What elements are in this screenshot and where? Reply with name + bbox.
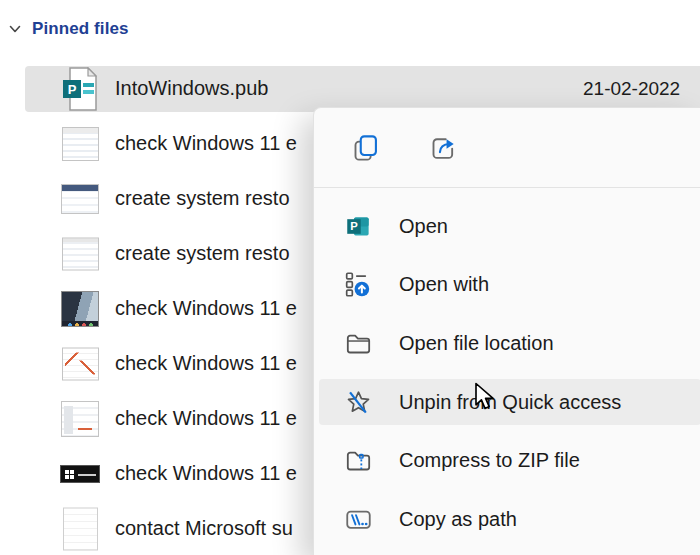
publisher-app-icon: P [345, 213, 372, 240]
document-thumbnail [60, 507, 100, 550]
screenshot-thumbnail [60, 347, 100, 380]
file-name: create system resto [115, 226, 290, 281]
file-name: create system resto [115, 171, 290, 226]
share-icon [430, 134, 458, 162]
screenshot-thumbnail [60, 184, 100, 214]
menu-item-compress-to-zip[interactable]: Compress to ZIP file [319, 431, 700, 489]
svg-text:P: P [68, 82, 77, 97]
file-name: check Windows 11 e [115, 446, 297, 501]
section-title: Pinned files [32, 19, 129, 39]
copy-icon [352, 134, 380, 162]
menu-item-open-file-location[interactable]: Open file location [319, 314, 700, 372]
screenshot-thumbnail [60, 127, 100, 161]
menu-item-label: Compress to ZIP file [399, 449, 580, 472]
menu-item-open[interactable]: P Open [319, 197, 700, 255]
chevron-down-icon [8, 22, 22, 36]
windows-logo-thumbnail [60, 465, 100, 483]
context-menu: P Open Open with Open file locati [313, 107, 700, 555]
file-name: check Windows 11 e [115, 336, 297, 391]
quick-actions-row [314, 108, 700, 187]
file-name: check Windows 11 e [115, 116, 297, 171]
menu-item-label: Open [399, 215, 448, 238]
file-name: check Windows 11 e [115, 391, 297, 446]
menu-item-open-with[interactable]: Open with [319, 255, 700, 313]
screenshot-thumbnail [60, 291, 100, 327]
menu-item-label: Unpin from Quick access [399, 391, 621, 414]
file-name: check Windows 11 e [115, 281, 297, 336]
screenshot-thumbnail [60, 237, 100, 270]
copy-path-icon [345, 506, 372, 533]
menu-item-label: Open with [399, 273, 489, 296]
pinned-files-header[interactable]: Pinned files [8, 18, 129, 40]
menu-item-unpin-from-quick-access[interactable]: Unpin from Quick access [319, 379, 700, 425]
menu-divider [314, 187, 700, 188]
menu-item-label: Copy as path [399, 508, 517, 531]
menu-item-copy-as-path[interactable]: Copy as path [319, 490, 700, 548]
menu-item-label: Open file location [399, 332, 554, 355]
open-with-icon [345, 271, 372, 298]
file-name: IntoWindows.pub [115, 61, 268, 116]
publisher-document-icon: P [60, 67, 100, 111]
zip-folder-icon [345, 447, 372, 474]
copy-button[interactable] [346, 128, 386, 168]
svg-text:P: P [350, 220, 358, 232]
file-name: contact Microsoft su [115, 501, 293, 555]
unpin-star-icon [345, 389, 372, 416]
screenshot-thumbnail [60, 401, 100, 437]
folder-icon [345, 330, 372, 357]
share-button[interactable] [424, 128, 464, 168]
